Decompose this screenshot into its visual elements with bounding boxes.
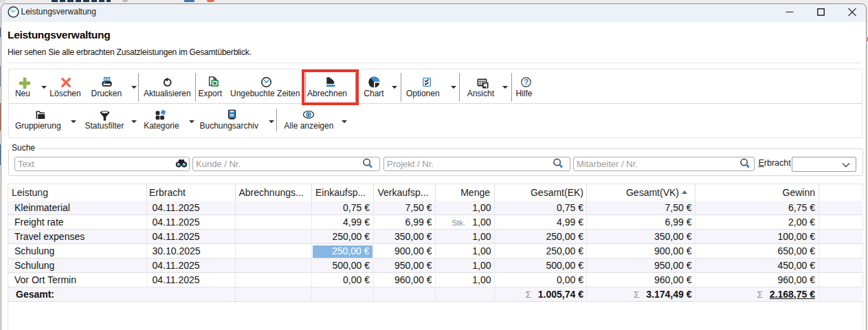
svg-text:?: ? xyxy=(524,78,528,86)
